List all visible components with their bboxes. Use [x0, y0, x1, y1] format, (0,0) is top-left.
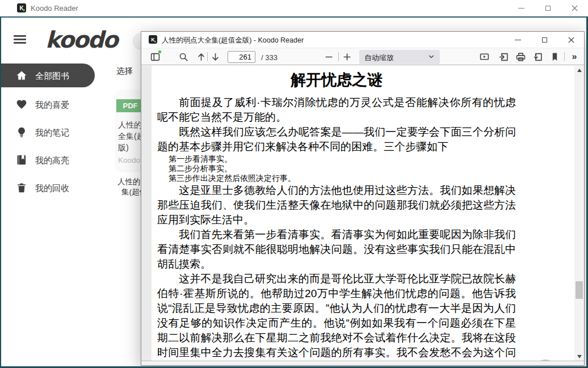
window-frame-edge [0, 16, 1, 368]
trash-icon [16, 182, 27, 193]
pdf-page-text: 解开忧虑之谜 前面提及了威利·卡瑞尔消除忧虑的万灵公式是否能解决你所有的忧虑呢不… [152, 66, 516, 361]
download-icon [533, 52, 543, 62]
triangle-down-icon [577, 355, 582, 358]
reader-maximize-button[interactable] [536, 34, 553, 45]
bookmark-icon [550, 52, 560, 62]
horizontal-scrollbar[interactable] [141, 361, 584, 365]
reader-minimize-button[interactable] [509, 34, 526, 45]
reader-window-title: 人性的弱点大全集(超值金版) - Koodo Reader [162, 36, 304, 45]
presentation-mode-button[interactable] [477, 50, 491, 64]
bookmark-button[interactable] [548, 50, 561, 64]
maximize-button[interactable] [539, 2, 556, 14]
screen: K Koodo Reader koodo 全部图书 我的喜爱 我的笔记 我的高亮 [0, 0, 588, 368]
zoom-in-button[interactable] [340, 50, 354, 64]
page-total-label: / 333 [261, 53, 278, 62]
book-card-publisher: Koodo [118, 156, 140, 164]
sidebar-item-label: 全部图书 [35, 71, 69, 82]
print-button[interactable] [514, 50, 527, 64]
scroll-up-arrow[interactable] [574, 66, 584, 74]
select-mode-button[interactable]: 选择 [116, 66, 133, 77]
minimize-icon [515, 40, 521, 40]
toolbar-divider [207, 52, 208, 61]
save-button[interactable] [531, 50, 544, 64]
open-file-icon [499, 52, 509, 62]
close-icon [572, 5, 578, 11]
main-window-titlebar: K Koodo Reader [0, 0, 588, 16]
sidebar-item-notes[interactable]: 我的笔记 [0, 120, 108, 144]
chapter-heading: 解开忧虑之谜 [157, 70, 516, 90]
toolbar-divider [564, 52, 565, 61]
plus-icon [342, 52, 352, 62]
minimize-icon [518, 8, 524, 9]
zoom-select-value: 自动缩放 [364, 53, 394, 63]
zoom-mode-select[interactable]: 自动缩放 [359, 50, 440, 64]
presentation-icon [480, 52, 489, 62]
home-icon [16, 70, 27, 81]
reader-titlebar: K 人性的弱点大全集(超值金版) - Koodo Reader [141, 32, 584, 48]
sidebar-item-all-books[interactable]: 全部图书 [0, 64, 95, 87]
pdf-toolbar: / 333 自动缩放 [141, 48, 584, 65]
previous-page-button[interactable] [194, 50, 208, 64]
page-paragraph: 我们首先来看第一步看清事实。看清事实为何如此重要呢因为除非我们看清楚事实否则就不… [157, 227, 516, 272]
minus-icon [324, 52, 334, 62]
zoom-out-button[interactable] [322, 50, 335, 64]
next-page-button[interactable] [208, 50, 222, 64]
close-icon [568, 37, 574, 43]
minimize-button[interactable] [513, 2, 530, 14]
vertical-scrollbar-thumb[interactable] [576, 281, 583, 299]
reader-window: K 人性的弱点大全集(超值金版) - Koodo Reader [141, 31, 585, 366]
maximize-icon [545, 6, 551, 11]
green-accent-dot [154, 41, 156, 43]
reader-close-button[interactable] [562, 34, 579, 45]
sidebar-item-favorites[interactable]: 我的喜爱 [0, 92, 108, 116]
sidebar-item-label: 我的高亮 [35, 155, 69, 166]
page-paragraph: 前面提及了威利·卡瑞尔消除忧虑的万灵公式是否能解决你所有的忧虑呢不能它当然不是万… [157, 95, 516, 125]
maximize-icon [542, 37, 547, 43]
page-step-line: 第一步看清事实。 [169, 154, 527, 164]
close-button[interactable] [566, 2, 583, 14]
heart-icon [16, 99, 27, 110]
sidebar-item-label: 我的回收 [35, 183, 69, 194]
titlebar-accent-line [0, 16, 588, 18]
pdf-page: 解开忧虑之谜 前面提及了威利·卡瑞尔消除忧虑的万灵公式是否能解决你所有的忧虑呢不… [152, 66, 574, 361]
sidebar-item-label: 我的喜爱 [35, 100, 69, 111]
sidebar-item-highlights[interactable]: 我的高亮 [0, 148, 108, 172]
more-tools-button[interactable]: » [567, 50, 582, 64]
print-icon [516, 52, 526, 62]
chevron-down-icon [429, 54, 434, 59]
pdf-format-badge: PDF [116, 99, 144, 112]
bulb-icon [16, 126, 27, 138]
page-number-input[interactable] [228, 51, 255, 63]
page-step-line: 第二步分析事实。 [169, 164, 527, 174]
search-icon [179, 52, 188, 62]
koodo-app-icon: K [149, 35, 157, 44]
green-accent-dot [23, 9, 25, 11]
menu-hamburger-icon[interactable] [14, 35, 26, 44]
search-button[interactable] [177, 50, 190, 64]
page-paragraph: 这并不是我自己研究出来的而是哥伦比亚大学哥伦比亚学院已故院长赫伯特·霍基斯所说的… [157, 272, 516, 361]
sidebar-notification-dot [158, 50, 162, 54]
sidebar-item-label: 我的笔记 [35, 128, 69, 138]
page-paragraph: 这是亚里士多德教给人们的方法他也使用过这些方法。我们如果想解决那些压迫我们、使我… [157, 183, 516, 227]
main-window-title: Koodo Reader [31, 4, 78, 12]
page-step-line: 第三步作出决定然后依照决定行事。 [169, 174, 527, 183]
arrow-down-icon [211, 52, 220, 62]
triangle-up-icon [577, 69, 582, 72]
open-file-button[interactable] [497, 50, 510, 64]
sidebar-item-trash[interactable]: 我的回收 [0, 176, 108, 200]
koodo-logo: koodo [45, 27, 117, 53]
arrow-up-icon [196, 52, 206, 62]
toolbar-divider [338, 52, 339, 61]
page-paragraph: 既然这样我们应该怎么办呢答案是——我们一定要学会下面三个分析问题的基本步骤并用它… [157, 125, 516, 154]
highlight-book-icon [16, 154, 27, 166]
koodo-app-icon: K [17, 3, 26, 12]
scroll-down-arrow[interactable] [574, 352, 584, 361]
pdf-viewer-area: 解开忧虑之谜 前面提及了威利·卡瑞尔消除忧虑的万灵公式是否能解决你所有的忧虑呢不… [141, 66, 584, 361]
vertical-scrollbar[interactable] [574, 66, 584, 361]
